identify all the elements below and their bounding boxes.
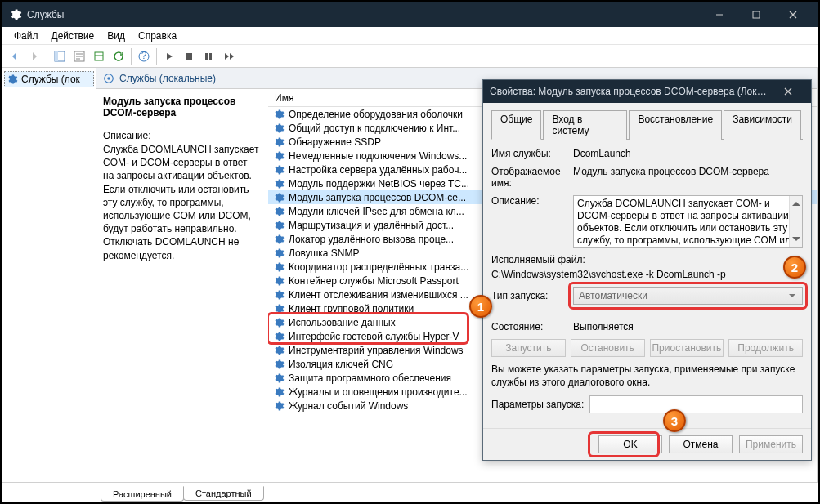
pause-service-button[interactable] <box>199 47 217 65</box>
help-button[interactable]: ? <box>135 47 153 65</box>
val-disp-name: Модуль запуска процессов DCOM-сервера <box>573 166 803 189</box>
list-item-label: Локатор удалённого вызова проце... <box>289 234 454 245</box>
menu-action[interactable]: Действие <box>45 29 101 43</box>
lbl-start-type: Тип запуска: <box>491 290 573 301</box>
properties-dialog: Свойства: Модуль запуска процессов DCOM-… <box>482 79 812 461</box>
titlebar: Службы <box>2 2 818 27</box>
lbl-params: Параметры запуска: <box>491 399 589 410</box>
minimize-button[interactable] <box>701 2 737 27</box>
gear-icon <box>273 164 285 176</box>
list-item-label: Ловушка SNMP <box>289 248 359 259</box>
desc-text: Служба DCOMLAUNCH запускает COM- и DCOM-… <box>103 143 260 262</box>
dialog-close-button[interactable] <box>772 80 804 103</box>
back-button[interactable] <box>6 47 24 65</box>
desc-box[interactable]: Служба DCOMLAUNCH запускает COM- и DCOM-… <box>573 195 803 248</box>
resume-button[interactable]: Продолжить <box>728 339 803 357</box>
pause-button[interactable]: Приостановить <box>650 339 724 357</box>
menu-view[interactable]: Вид <box>101 29 132 43</box>
details-pane: Модуль запуска процессов DCOM-сервера Оп… <box>96 89 268 482</box>
val-svc-name: DcomLaunch <box>573 148 803 159</box>
svg-rect-2 <box>55 51 58 61</box>
cancel-button[interactable]: Отмена <box>669 435 733 453</box>
list-item-label: Обнаружение SSDP <box>289 136 381 148</box>
services-window: Службы Файл Действие Вид Справка ? <box>0 0 820 504</box>
list-item-label: Использование данных <box>289 317 396 328</box>
tree-root-label: Службы (лок <box>21 74 80 85</box>
gear-icon <box>273 275 285 287</box>
tab-dependencies[interactable]: Зависимости <box>724 110 801 140</box>
desc-label: Описание: <box>103 130 260 141</box>
gear-icon <box>273 136 285 148</box>
ok-button[interactable]: OK <box>598 435 662 453</box>
gear-icon <box>273 150 285 162</box>
gear-icon <box>273 345 285 356</box>
properties-button[interactable] <box>70 47 88 65</box>
svg-rect-7 <box>186 53 192 60</box>
startup-type-combo[interactable]: Автоматически <box>573 287 803 305</box>
footer-tabs: Расширенный Стандартный <box>2 482 818 502</box>
gear-icon <box>273 372 285 384</box>
tab-logon[interactable]: Вход в систему <box>543 110 627 140</box>
stop-button[interactable]: Остановить <box>571 339 645 357</box>
refresh-button[interactable] <box>110 47 128 65</box>
gear-icon <box>273 109 285 120</box>
val-exe: C:\Windows\system32\svchost.exe -k DcomL… <box>491 269 803 280</box>
tab-standard[interactable]: Стандартный <box>183 486 264 501</box>
lbl-state: Состояние: <box>491 321 573 332</box>
maximize-button[interactable] <box>737 2 774 27</box>
list-item-label: Интерфейс гостевой службы Hyper-V <box>289 331 459 342</box>
lbl-disp-name: Отображаемое имя: <box>491 166 573 189</box>
start-service-button[interactable] <box>160 47 178 65</box>
start-button[interactable]: Запустить <box>491 339 566 357</box>
tab-extended[interactable]: Расширенный <box>101 488 184 502</box>
gear-icon <box>273 178 285 190</box>
params-input[interactable] <box>589 395 803 413</box>
restart-service-button[interactable] <box>219 47 237 65</box>
scrollbar[interactable] <box>789 196 802 247</box>
lbl-desc: Описание: <box>491 195 573 248</box>
svg-rect-0 <box>753 11 760 18</box>
list-item-label: Координатор распределённых транза... <box>289 261 468 273</box>
menu-file[interactable]: Файл <box>7 29 45 43</box>
col-name: Имя <box>275 92 293 104</box>
lbl-exe: Исполняемый файл: <box>491 254 803 265</box>
selected-service-name: Модуль запуска процессов DCOM-сервера <box>103 96 260 118</box>
apply-button[interactable]: Применить <box>739 435 803 453</box>
gear-icon <box>273 317 285 328</box>
list-item-label: Модуль запуска процессов DCOM-се... <box>289 192 466 203</box>
show-hide-tree-button[interactable] <box>51 47 69 65</box>
val-state: Выполняется <box>573 321 803 332</box>
gear-icon <box>273 359 285 370</box>
forward-button[interactable] <box>25 47 43 65</box>
list-item-label: Определение оборудования оболочки <box>289 109 463 120</box>
badge-1: 1 <box>469 295 492 318</box>
close-button[interactable] <box>774 2 811 27</box>
gear-icon <box>273 261 285 273</box>
startup-type-value: Автоматически <box>579 290 647 301</box>
stop-service-button[interactable] <box>180 47 198 65</box>
list-item-label: Общий доступ к подключению к Инт... <box>289 123 460 134</box>
list-item-label: Немедленные подключения Windows... <box>289 150 467 162</box>
menubar: Файл Действие Вид Справка <box>2 27 818 45</box>
gear-icon <box>273 234 285 245</box>
gear-icon <box>273 248 285 259</box>
desc-box-text: Служба DCOMLAUNCH запускает COM- и DCOM-… <box>577 198 796 246</box>
export-button[interactable] <box>90 47 108 65</box>
list-item-label: Клиент групповой политики <box>289 303 414 314</box>
list-item-label: Изоляция ключей CNG <box>289 359 393 370</box>
list-item-label: Модули ключей IPsec для обмена кл... <box>289 206 464 217</box>
dialog-tabs: Общие Вход в систему Восстановление Зави… <box>491 109 803 140</box>
menu-help[interactable]: Справка <box>132 29 183 43</box>
gear-icon <box>273 303 285 314</box>
tree-root[interactable]: Службы (лок <box>4 71 94 87</box>
list-item-label: Маршрутизация и удалённый дост... <box>289 220 454 231</box>
gear-icon <box>273 192 285 203</box>
gear-icon <box>273 220 285 231</box>
tree-pane[interactable]: Службы (лок <box>2 68 96 482</box>
tab-general[interactable]: Общие <box>491 110 541 140</box>
dialog-titlebar: Свойства: Модуль запуска процессов DCOM-… <box>483 80 811 103</box>
list-item-label: Модуль поддержки NetBIOS через TC... <box>289 178 469 190</box>
list-item-label: Инструментарий управления Windows <box>289 345 464 356</box>
gear-icon <box>273 123 285 134</box>
tab-recovery[interactable]: Восстановление <box>629 110 722 140</box>
